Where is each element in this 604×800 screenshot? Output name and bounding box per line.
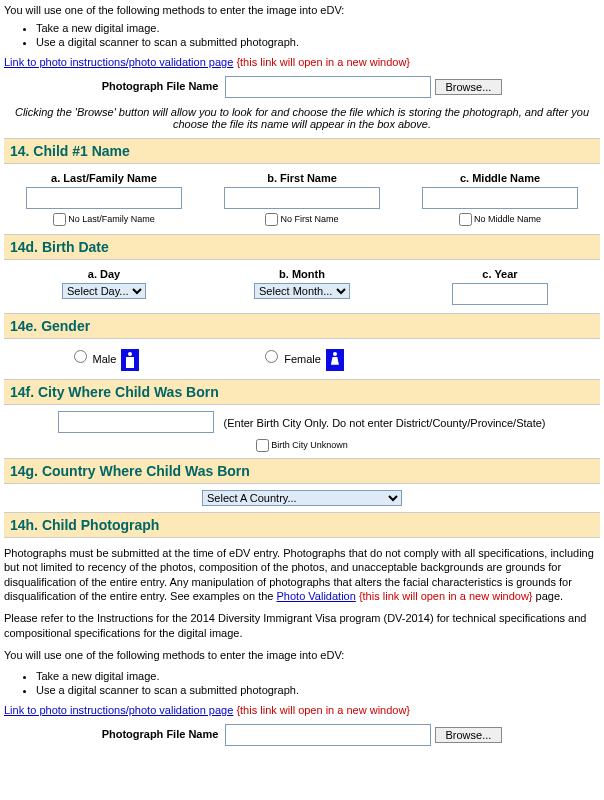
month-select[interactable]: Select Month... bbox=[254, 283, 350, 299]
birth-city-unknown-label: Birth City Unknown bbox=[271, 440, 348, 450]
new-window-note-3: {this link will open in a new window} bbox=[236, 704, 410, 716]
method-item: Take a new digital image. bbox=[36, 22, 600, 34]
last-name-label: a. Last/Family Name bbox=[10, 172, 198, 184]
birth-city-hint: (Enter Birth City Only. Do not enter Dis… bbox=[224, 417, 546, 429]
photo-file-input-2[interactable] bbox=[225, 724, 431, 746]
female-label: Female bbox=[284, 353, 321, 365]
birthdate-fields: a. Day Select Day... b. Month Select Mon… bbox=[4, 262, 600, 311]
method-list-2: Take a new digital image. Use a digital … bbox=[4, 670, 600, 696]
photo-file-row: Photograph File Name Browse... bbox=[4, 76, 600, 98]
new-window-note-2: {this link will open in a new window} bbox=[359, 590, 533, 602]
no-first-name-label: No First Name bbox=[280, 214, 338, 224]
section-14-header: 14. Child #1 Name bbox=[4, 138, 600, 164]
last-name-input[interactable] bbox=[26, 187, 182, 209]
edv-intro: You will use one of the following method… bbox=[4, 4, 600, 16]
gender-fields: Male Female bbox=[4, 341, 600, 377]
male-icon bbox=[121, 349, 139, 371]
middle-name-input[interactable] bbox=[422, 187, 578, 209]
photo-instructions-link[interactable]: Link to photo instructions/photo validat… bbox=[4, 56, 233, 68]
day-select[interactable]: Select Day... bbox=[62, 283, 146, 299]
photo-link-row-2: Link to photo instructions/photo validat… bbox=[4, 704, 600, 716]
day-label: a. Day bbox=[10, 268, 198, 280]
year-input[interactable] bbox=[452, 283, 548, 305]
female-icon bbox=[326, 349, 344, 371]
edv-intro-2: You will use one of the following method… bbox=[4, 648, 600, 662]
name-fields: a. Last/Family Name No Last/Family Name … bbox=[4, 166, 600, 232]
photo-para-1: Photographs must be submitted at the tim… bbox=[4, 546, 600, 603]
browse-button[interactable]: Browse... bbox=[435, 79, 503, 95]
method-list: Take a new digital image. Use a digital … bbox=[4, 22, 600, 48]
male-radio[interactable] bbox=[74, 350, 87, 363]
no-last-name-label: No Last/Family Name bbox=[68, 214, 155, 224]
male-label: Male bbox=[93, 353, 117, 365]
birth-country-select[interactable]: Select A Country... bbox=[202, 490, 402, 506]
first-name-input[interactable] bbox=[224, 187, 380, 209]
method-item: Take a new digital image. bbox=[36, 670, 600, 682]
no-first-name-checkbox[interactable] bbox=[265, 213, 278, 226]
birth-city-input[interactable] bbox=[58, 411, 214, 433]
section-14e-header: 14e. Gender bbox=[4, 313, 600, 339]
photo-para-2: Please refer to the Instructions for the… bbox=[4, 611, 600, 640]
method-item: Use a digital scanner to scan a submitte… bbox=[36, 36, 600, 48]
section-14d-header: 14d. Birth Date bbox=[4, 234, 600, 260]
first-name-label: b. First Name bbox=[208, 172, 396, 184]
month-label: b. Month bbox=[208, 268, 396, 280]
female-radio[interactable] bbox=[265, 350, 278, 363]
photo-file-label: Photograph File Name bbox=[102, 80, 219, 92]
photo-file-row-2: Photograph File Name Browse... bbox=[4, 724, 600, 746]
photo-link-row: Link to photo instructions/photo validat… bbox=[4, 56, 600, 68]
section-14f-header: 14f. City Where Child Was Born bbox=[4, 379, 600, 405]
method-item: Use a digital scanner to scan a submitte… bbox=[36, 684, 600, 696]
year-label: c. Year bbox=[406, 268, 594, 280]
photo-file-label-2: Photograph File Name bbox=[102, 728, 219, 740]
no-middle-name-label: No Middle Name bbox=[474, 214, 541, 224]
browse-help: Clicking the 'Browse' button will allow … bbox=[4, 106, 600, 130]
section-14h-header: 14h. Child Photograph bbox=[4, 512, 600, 538]
section-14g-header: 14g. Country Where Child Was Born bbox=[4, 458, 600, 484]
photo-validation-link[interactable]: Photo Validation bbox=[277, 590, 356, 602]
middle-name-label: c. Middle Name bbox=[406, 172, 594, 184]
no-middle-name-checkbox[interactable] bbox=[459, 213, 472, 226]
birth-city-unknown-checkbox[interactable] bbox=[256, 439, 269, 452]
photo-instructions-link-2[interactable]: Link to photo instructions/photo validat… bbox=[4, 704, 233, 716]
new-window-note: {this link will open in a new window} bbox=[236, 56, 410, 68]
photo-file-input[interactable] bbox=[225, 76, 431, 98]
browse-button-2[interactable]: Browse... bbox=[435, 727, 503, 743]
no-last-name-checkbox[interactable] bbox=[53, 213, 66, 226]
